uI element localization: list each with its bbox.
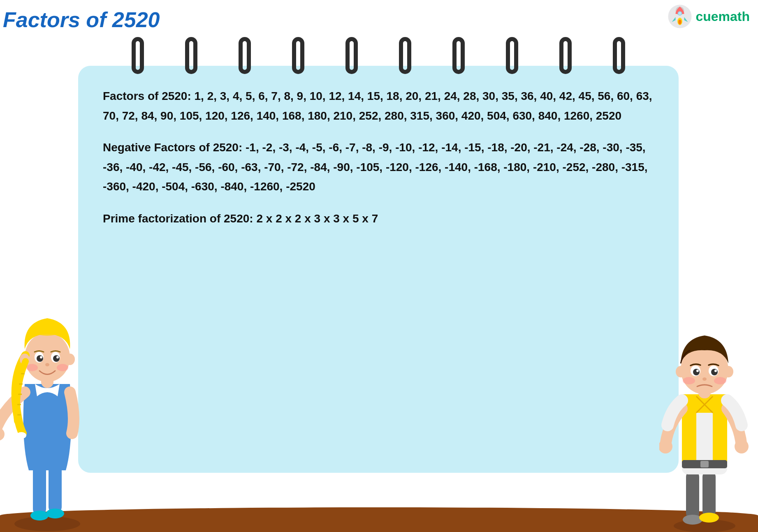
factors-label: Factors of 2520:: [103, 90, 191, 102]
negative-label: Negative Factors of 2520:: [103, 141, 242, 154]
svg-point-45: [711, 369, 718, 375]
ring-9: [557, 37, 574, 74]
svg-rect-30: [702, 470, 716, 518]
prime-values: 2 x 2 x 2 x 3 x 3 x 5 x 7: [256, 212, 378, 225]
ring-4: [290, 37, 306, 74]
svg-point-11: [46, 509, 64, 518]
svg-point-49: [683, 377, 695, 384]
svg-point-12: [0, 428, 5, 441]
spiral-rings: [78, 41, 679, 74]
ring-8: [504, 37, 520, 74]
ring-2: [183, 37, 199, 74]
svg-rect-29: [686, 470, 699, 520]
negative-factors-block: Negative Factors of 2520: -1, -2, -3, -4…: [103, 138, 654, 197]
svg-point-40: [676, 366, 686, 377]
svg-point-32: [699, 513, 719, 523]
svg-point-25: [26, 364, 38, 371]
svg-point-46: [696, 370, 699, 372]
cuemath-brand-text: cuemath: [695, 9, 750, 24]
ring-7: [450, 37, 467, 74]
ring-10: [611, 37, 627, 74]
ring-5: [343, 37, 360, 74]
ring-3: [236, 37, 253, 74]
page-title: Factors of 2520: [3, 7, 160, 32]
notebook: Factors of 2520: 1, 2, 3, 4, 5, 6, 7, 8,…: [78, 41, 679, 473]
factors-block: Factors of 2520: 1, 2, 3, 4, 5, 6, 7, 8,…: [103, 86, 654, 125]
svg-point-4: [679, 20, 682, 25]
svg-point-7: [14, 516, 80, 531]
svg-point-41: [723, 366, 733, 377]
svg-point-22: [40, 356, 42, 359]
prime-factorization-block: Prime factorization of 2520: 2 x 2 x 2 x…: [103, 209, 654, 229]
svg-point-17: [65, 354, 75, 365]
svg-rect-35: [700, 461, 709, 467]
svg-point-26: [57, 364, 68, 371]
svg-point-21: [53, 355, 60, 362]
cuemath-logo: cuemath: [668, 4, 750, 29]
rocket-icon: [668, 4, 692, 29]
ring-6: [397, 37, 413, 74]
notebook-paper: Factors of 2520: 1, 2, 3, 4, 5, 6, 7, 8,…: [78, 66, 679, 473]
svg-point-31: [683, 515, 702, 525]
svg-point-47: [714, 370, 717, 372]
ring-1: [130, 37, 146, 74]
svg-point-6: [679, 12, 682, 15]
svg-point-20: [37, 355, 43, 362]
girl-character: [0, 285, 95, 532]
svg-point-44: [693, 369, 700, 375]
prime-label: Prime factorization of 2520:: [103, 212, 253, 225]
svg-point-10: [30, 511, 49, 520]
svg-point-15: [16, 432, 26, 439]
svg-point-50: [714, 377, 726, 384]
svg-point-48: [702, 377, 707, 381]
svg-point-23: [56, 356, 59, 359]
boy-character: [659, 306, 750, 532]
ground: [0, 507, 758, 532]
svg-point-24: [45, 363, 49, 366]
svg-point-37: [735, 439, 749, 453]
